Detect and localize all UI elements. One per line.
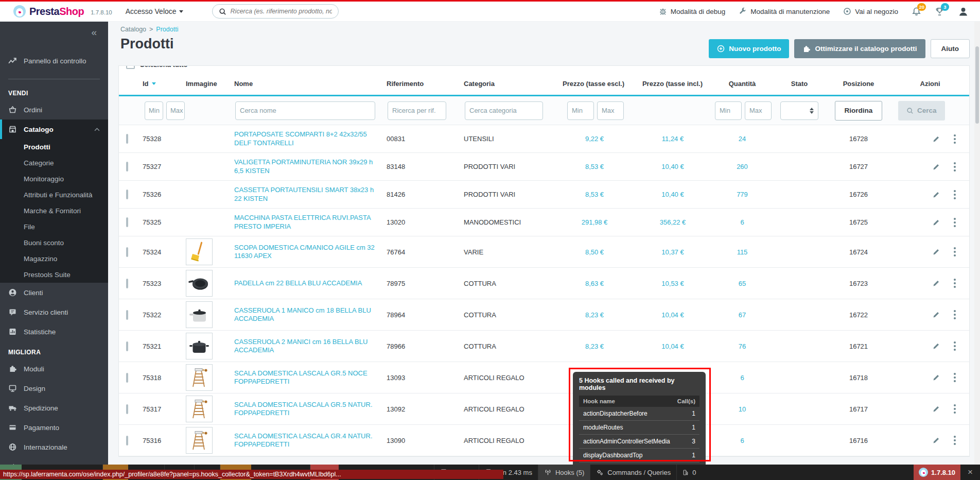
- sidebar-subitem-monitoraggio[interactable]: Monitoraggio: [0, 171, 108, 187]
- filter-qty-max[interactable]: [745, 101, 772, 120]
- sidebar-item-pagamento[interactable]: Pagamento: [0, 418, 108, 437]
- edit-pencil-icon[interactable]: [932, 248, 940, 256]
- col-posizione[interactable]: Posizione: [826, 80, 891, 88]
- search-filter-button[interactable]: Cerca: [898, 101, 945, 121]
- sidebar-item-design[interactable]: Design: [0, 379, 108, 398]
- row-checkbox[interactable]: [126, 247, 128, 257]
- sidebar-item-ordini[interactable]: Ordini: [0, 100, 108, 119]
- profile-avatar[interactable]: [958, 6, 969, 17]
- product-name-link[interactable]: PADELLA cm 22 BELLA BLU ACCADEMIA: [234, 279, 387, 287]
- edit-pencil-icon[interactable]: [932, 373, 940, 382]
- sidebar-item-spedizione[interactable]: Spedizione: [0, 398, 108, 418]
- filter-category-input[interactable]: [465, 101, 543, 120]
- filter-id-max[interactable]: [166, 101, 185, 120]
- sidebar-subitem-prestools-suite[interactable]: Prestools Suite: [0, 267, 108, 283]
- row-checkbox[interactable]: [126, 310, 128, 320]
- edit-pencil-icon[interactable]: [932, 279, 940, 287]
- row-checkbox[interactable]: [126, 279, 128, 288]
- edit-pencil-icon[interactable]: [932, 163, 940, 171]
- prestashop-logo[interactable]: PrestaShop 1.7.8.10: [0, 5, 112, 18]
- product-name-link[interactable]: SCALA DOMESTICA LASCALA GR.5 NOCE FOPPAP…: [234, 369, 387, 386]
- kebab-menu-icon[interactable]: [954, 218, 956, 227]
- reorder-button[interactable]: Riordina: [835, 101, 883, 121]
- product-name-link[interactable]: CASSERUOLA 2 MANICI cm 16 BELLA BLU ACCA…: [234, 338, 387, 355]
- col-id[interactable]: Id: [143, 80, 149, 88]
- filter-qty-min[interactable]: [715, 101, 742, 120]
- sidebar-item-clienti[interactable]: Clienti: [0, 283, 108, 302]
- col-quantita[interactable]: Quantità: [712, 80, 773, 88]
- sidebar-item-statistiche[interactable]: Statistiche: [0, 322, 108, 341]
- sidebar-subitem-prodotti[interactable]: Prodotti: [0, 139, 108, 155]
- vertical-scrollbar[interactable]: [974, 22, 980, 465]
- row-checkbox[interactable]: [126, 190, 128, 199]
- search-input[interactable]: [231, 8, 332, 15]
- kebab-menu-icon[interactable]: [954, 341, 956, 351]
- edit-pencil-icon[interactable]: [932, 342, 940, 350]
- kebab-menu-icon[interactable]: [954, 247, 956, 256]
- kebab-menu-icon[interactable]: [954, 404, 956, 414]
- close-toolbar-icon[interactable]: ×: [960, 467, 980, 477]
- col-riferimento[interactable]: Riferimento: [387, 80, 464, 88]
- edit-pencil-icon[interactable]: [932, 191, 940, 199]
- product-name-link[interactable]: CASSETTA PORTAUTENSILI SMART 38x23 h 22 …: [234, 186, 387, 203]
- row-checkbox[interactable]: [126, 341, 128, 351]
- row-checkbox[interactable]: [126, 404, 128, 414]
- edit-pencil-icon[interactable]: [932, 405, 940, 413]
- row-checkbox[interactable]: [126, 217, 128, 227]
- sidebar-item-pannello-di-controllo[interactable]: Pannello di controllo: [0, 52, 108, 71]
- col-categoria[interactable]: Categoria: [464, 80, 555, 88]
- sidebar-subitem-buoni-sconto[interactable]: Buoni sconto: [0, 235, 108, 251]
- kebab-menu-icon[interactable]: [954, 162, 956, 172]
- edit-pencil-icon[interactable]: [932, 436, 940, 444]
- col-prezzo-escl[interactable]: Prezzo (tasse escl.): [555, 80, 634, 88]
- product-name-link[interactable]: SCALA DOMESTICA LASCALA GR.5 NATUR. FOPP…: [234, 401, 387, 418]
- sidebar-item-internazionale[interactable]: Internazionale: [0, 437, 108, 457]
- sidebar-subitem-categorie[interactable]: Categorie: [0, 155, 108, 171]
- edit-pencil-icon[interactable]: [932, 218, 940, 227]
- edit-pencil-icon[interactable]: [932, 135, 940, 143]
- view-shop-link[interactable]: Vai al negozio: [843, 7, 898, 15]
- sidebar-subitem-file[interactable]: File: [0, 219, 108, 235]
- filter-name-input[interactable]: [235, 101, 375, 120]
- optimize-catalog-button[interactable]: Ottimizzare il catalogo prodotti: [794, 39, 925, 58]
- commands-item[interactable]: Commands / Queries: [590, 465, 677, 480]
- notifications-bell[interactable]: 20: [912, 7, 921, 16]
- quick-access-dropdown[interactable]: Accesso Veloce: [126, 7, 183, 15]
- kebab-menu-icon[interactable]: [954, 134, 956, 144]
- product-name-link[interactable]: CASSERUOLA 1 MANICO cm 18 BELLA BLU ACCA…: [234, 306, 387, 323]
- sort-desc-icon[interactable]: [152, 82, 156, 85]
- product-name-link[interactable]: SCOPA DOMESTICA C/MANICO AGILE cm 32 116…: [234, 244, 387, 261]
- scrollbar-thumb[interactable]: [975, 46, 979, 124]
- new-product-button[interactable]: Nuovo prodotto: [709, 39, 789, 58]
- kebab-menu-icon[interactable]: [954, 279, 956, 288]
- row-checkbox[interactable]: [126, 134, 128, 144]
- sidebar-item-catalogo[interactable]: Catalogo: [0, 119, 108, 139]
- select-all-checkbox[interactable]: [126, 66, 135, 69]
- filter-price-max[interactable]: [597, 101, 624, 120]
- sidebar-item-servizio-clienti[interactable]: Servizio clienti: [0, 302, 108, 322]
- filter-id-min[interactable]: [145, 101, 163, 120]
- achievements-trophy[interactable]: 3: [935, 7, 944, 16]
- sidebar-collapse-button[interactable]: «: [0, 22, 108, 40]
- col-nome[interactable]: Nome: [234, 80, 387, 88]
- row-checkbox[interactable]: [126, 162, 128, 172]
- kebab-menu-icon[interactable]: [954, 310, 956, 319]
- kebab-menu-icon[interactable]: [954, 373, 956, 382]
- sidebar-subitem-marche-fornitori[interactable]: Marche & Fornitori: [0, 203, 108, 219]
- kebab-menu-icon[interactable]: [954, 436, 956, 445]
- filter-price-min[interactable]: [567, 101, 594, 120]
- product-name-link[interactable]: VALIGETTA PORTAMINUTERIA NOR 39x29 h 6,5…: [234, 158, 387, 175]
- global-search[interactable]: [212, 4, 339, 19]
- edit-pencil-icon[interactable]: [932, 311, 940, 319]
- sidebar-item-moduli[interactable]: Moduli: [0, 359, 108, 379]
- row-checkbox[interactable]: [126, 436, 128, 445]
- row-checkbox[interactable]: [126, 373, 128, 383]
- product-name-link[interactable]: SCALA DOMESTICA LASCALA GR.4 NATUR. FOPP…: [234, 432, 387, 449]
- col-prezzo-incl[interactable]: Prezzo (tasse incl.): [634, 80, 712, 88]
- sidebar-item-marketing[interactable]: Marketing: [0, 457, 108, 465]
- sidebar-subitem-attributi-e-funzionalit[interactable]: Attributi e Funzionalità: [0, 187, 108, 203]
- filter-status-select[interactable]: [780, 101, 818, 120]
- product-name-link[interactable]: PORTAPOSATE SCOMPARTI 8+2 42x32/55 DELF …: [234, 130, 387, 147]
- debug-mode-link[interactable]: Modalità di debug: [659, 7, 726, 15]
- ps-version-badge[interactable]: 1.7.8.10: [914, 465, 960, 480]
